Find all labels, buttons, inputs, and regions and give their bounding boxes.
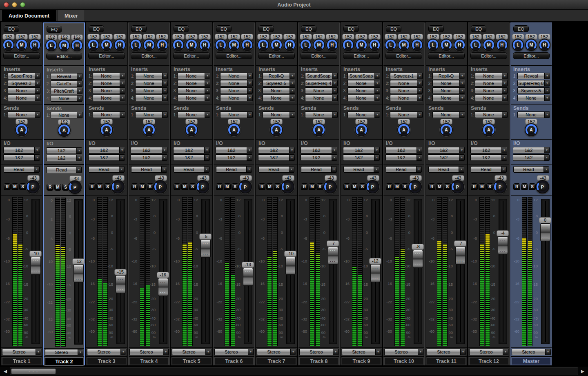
insert-select[interactable]: None▾ xyxy=(432,95,465,101)
eq-editor-button[interactable]: Editor... xyxy=(470,52,507,59)
insert-select[interactable]: SuperFreq-4▾ xyxy=(305,80,338,87)
eq-mid-knob[interactable]: M xyxy=(270,39,282,51)
output-bus-select[interactable]: 1&2▾ xyxy=(173,154,210,161)
fader-handle[interactable]: ··· ··· xyxy=(116,275,126,293)
output-bus-select[interactable]: 1&2▾ xyxy=(216,154,252,161)
insert-select[interactable]: Sqweez-5▾ xyxy=(517,87,550,94)
automation-select[interactable]: Read▾ xyxy=(343,166,379,173)
automation-select[interactable]: Read▾ xyxy=(386,166,422,173)
insert-select[interactable]: None▾ xyxy=(220,95,253,101)
output-bus-select[interactable]: 1&2▾ xyxy=(46,155,82,161)
record-button[interactable]: R xyxy=(174,183,180,190)
channel-format-select[interactable]: Stereo▾ xyxy=(469,349,508,355)
record-button[interactable]: R xyxy=(428,183,435,190)
input-select[interactable]: 1&2▾ xyxy=(513,147,550,154)
track-name[interactable]: Track 7 xyxy=(257,357,296,365)
insert-select[interactable]: None▾ xyxy=(51,95,82,102)
pan-knob[interactable]: P xyxy=(451,180,464,194)
eq-mid-knob[interactable]: M xyxy=(398,39,410,51)
insert-select[interactable]: None▾ xyxy=(8,87,40,94)
eq-editor-button[interactable]: Editor... xyxy=(428,52,465,59)
pan-knob[interactable]: P xyxy=(493,180,507,194)
send-select[interactable]: None▾ xyxy=(135,111,168,118)
record-button[interactable]: R xyxy=(343,183,350,190)
solo-button[interactable]: S xyxy=(147,183,154,190)
pan-knob[interactable]: P xyxy=(281,180,294,194)
input-select[interactable]: 1&2▾ xyxy=(470,147,507,154)
pan-knob[interactable]: P xyxy=(238,180,252,194)
eq-high-knob[interactable]: H xyxy=(369,39,381,51)
input-select[interactable]: 1&2▾ xyxy=(343,147,380,154)
input-select[interactable]: 1&2▾ xyxy=(88,147,125,154)
fader-handle[interactable]: ··· ··· xyxy=(455,247,466,265)
send-level-knob[interactable]: A xyxy=(397,123,410,136)
automation-select[interactable]: Read▾ xyxy=(513,166,549,173)
eq-low-knob[interactable]: L xyxy=(2,39,14,51)
insert-select[interactable]: None▾ xyxy=(517,95,550,101)
insert-select[interactable]: None▾ xyxy=(263,95,295,101)
insert-select[interactable]: None▾ xyxy=(178,73,210,79)
automation-select[interactable]: Read▾ xyxy=(258,166,294,173)
eq-editor-button[interactable]: Editor... xyxy=(173,52,210,59)
send-level-knob[interactable]: A xyxy=(143,123,156,136)
insert-select[interactable]: Reveal▾ xyxy=(517,73,550,79)
track-name[interactable]: Track 3 xyxy=(87,357,126,365)
fader-handle[interactable]: ··· ··· xyxy=(540,223,550,241)
pan-knob[interactable]: P xyxy=(196,180,209,194)
insert-select[interactable]: Sqweez-3▾ xyxy=(8,80,40,87)
insert-select[interactable]: None▾ xyxy=(93,87,125,94)
send-level-knob[interactable]: A xyxy=(312,123,325,136)
send-select[interactable]: None▾ xyxy=(51,112,82,118)
eq-mid-knob[interactable]: M xyxy=(313,39,325,51)
mute-button[interactable]: M xyxy=(139,183,146,190)
track-name[interactable]: Track 6 xyxy=(214,357,254,365)
solo-button[interactable]: S xyxy=(444,183,451,190)
scroll-right-icon[interactable]: ▶ xyxy=(578,367,587,375)
mute-button[interactable]: M xyxy=(394,183,401,190)
insert-select[interactable]: PitchCraft▾ xyxy=(51,88,82,94)
send-level-knob[interactable]: A xyxy=(227,123,241,136)
record-button[interactable]: R xyxy=(131,183,138,190)
insert-select[interactable]: None▾ xyxy=(220,73,253,79)
eq-high-knob[interactable]: H xyxy=(411,39,423,51)
input-select[interactable]: 1&2▾ xyxy=(3,147,40,154)
eq-high-knob[interactable]: H xyxy=(326,39,338,51)
eq-button[interactable]: EQ xyxy=(47,26,62,33)
eq-low-knob[interactable]: L xyxy=(172,39,184,51)
eq-low-knob[interactable]: L xyxy=(257,39,269,51)
insert-select[interactable]: None▾ xyxy=(390,87,423,94)
pan-knob[interactable]: P xyxy=(111,180,125,194)
insert-select[interactable]: None▾ xyxy=(263,87,295,94)
insert-select[interactable]: None▾ xyxy=(390,80,423,87)
eq-mid-knob[interactable]: M xyxy=(483,39,494,51)
automation-select[interactable]: Read▾ xyxy=(301,166,337,173)
pan-knob[interactable]: P xyxy=(536,180,549,194)
insert-select[interactable]: None▾ xyxy=(178,87,210,94)
eq-low-knob[interactable]: L xyxy=(300,39,312,51)
solo-button[interactable]: S xyxy=(486,183,493,190)
eq-high-knob[interactable]: H xyxy=(199,39,211,51)
eq-mid-knob[interactable]: M xyxy=(16,39,27,51)
channel-format-select[interactable]: Stereo▾ xyxy=(384,349,423,355)
eq-mid-knob[interactable]: M xyxy=(355,39,367,51)
fader-handle[interactable]: ··· ··· xyxy=(200,240,211,258)
insert-select[interactable]: None▾ xyxy=(93,80,125,87)
eq-high-knob[interactable]: H xyxy=(71,39,83,51)
solo-button[interactable]: S xyxy=(316,183,323,190)
tab-audio-document[interactable]: Audio Document xyxy=(2,10,56,21)
eq-high-knob[interactable]: H xyxy=(496,39,508,51)
output-bus-select[interactable]: 1&2▾ xyxy=(470,154,507,161)
eq-editor-button[interactable]: Editor... xyxy=(301,52,337,59)
insert-select[interactable]: None▾ xyxy=(220,87,253,94)
solo-button[interactable]: S xyxy=(62,184,69,191)
eq-mid-knob[interactable]: M xyxy=(143,39,155,51)
track-name[interactable]: Track 12 xyxy=(469,357,508,365)
eq-button[interactable]: EQ xyxy=(471,25,486,32)
solo-button[interactable]: S xyxy=(401,183,408,190)
solo-button[interactable]: S xyxy=(274,183,281,190)
insert-select[interactable]: Sqweez-5▾ xyxy=(263,80,295,87)
eq-low-knob[interactable]: L xyxy=(130,39,142,51)
eq-low-knob[interactable]: L xyxy=(470,39,481,51)
channel-format-select[interactable]: Stereo▾ xyxy=(299,349,339,355)
input-select[interactable]: 1&2▾ xyxy=(428,147,465,154)
